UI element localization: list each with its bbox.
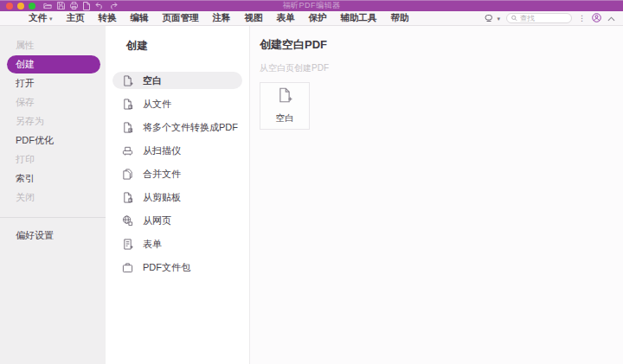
blank-pdf-card-label: 空白: [276, 112, 294, 125]
print-icon[interactable]: [70, 2, 78, 10]
redo-icon[interactable]: [109, 2, 118, 10]
menu-view[interactable]: 视图: [245, 12, 263, 24]
sidebar-item-save: 保存: [7, 93, 100, 112]
app-window: 福昕PDF编辑器 文件▾ 主页 转换 编辑 页面管理 注释 视图 表单 保护 辅…: [0, 0, 623, 364]
backstage-view: 属性 创建 打开 保存 另存为 PDF优化 打印 索引 关闭 偏好设置 创建 空…: [0, 26, 623, 364]
scanner-icon: [121, 144, 133, 156]
sidebar-item-print: 打印: [7, 150, 100, 169]
sidebar-item-close: 关闭: [7, 188, 100, 207]
menu-accessibility[interactable]: 辅助工具: [341, 12, 377, 24]
menu-protect[interactable]: 保护: [309, 12, 327, 24]
more-options-icon[interactable]: ⋮: [578, 15, 586, 22]
create-option-pdf-portfolio[interactable]: PDF文件包: [112, 259, 242, 276]
blank-pdf-card[interactable]: 空白: [260, 82, 310, 130]
menu-bar-right: ▾ ⋮: [485, 13, 615, 24]
create-options-panel: 创建 空白 从文件 将多个文件转换成PDF 从扫描仪: [106, 26, 250, 364]
blank-document-plus-icon: [277, 87, 292, 106]
menu-form[interactable]: 表单: [277, 12, 295, 24]
account-icon[interactable]: [592, 13, 601, 24]
menu-comment[interactable]: 注释: [213, 12, 231, 24]
detail-subtitle: 从空白页创建PDF: [260, 62, 623, 74]
sidebar-item-properties: 属性: [7, 36, 100, 54]
create-option-combine-files[interactable]: 合并文件: [112, 165, 242, 182]
detail-title: 创建空白PDF: [260, 37, 623, 53]
document-from-file-icon: [121, 98, 133, 110]
search-icon: [511, 15, 517, 22]
find-search-input[interactable]: [520, 14, 567, 22]
find-search-box[interactable]: [506, 13, 572, 23]
minimize-window-button[interactable]: [17, 3, 24, 10]
menu-page-organize[interactable]: 页面管理: [163, 12, 199, 24]
clipboard-icon: [121, 191, 133, 203]
menu-help[interactable]: 帮助: [391, 12, 409, 24]
create-option-multiple-files[interactable]: 将多个文件转换成PDF: [112, 118, 242, 136]
menu-edit[interactable]: 编辑: [131, 12, 149, 24]
menu-bar: 文件▾ 主页 转换 编辑 页面管理 注释 视图 表单 保护 辅助工具 帮助 ▾ …: [0, 11, 623, 26]
sidebar-item-preferences[interactable]: 偏好设置: [7, 227, 100, 245]
create-option-label: 将多个文件转换成PDF: [143, 121, 238, 134]
traffic-lights: [6, 3, 35, 10]
sidebar-divider: [0, 217, 106, 218]
sidebar-item-open[interactable]: 打开: [7, 74, 100, 93]
create-option-label: 合并文件: [143, 168, 181, 181]
multiple-files-to-pdf-icon: [121, 121, 133, 133]
close-window-button[interactable]: [6, 3, 13, 10]
menu-home[interactable]: 主页: [67, 12, 85, 24]
form-document-icon: [121, 238, 133, 250]
create-option-from-clipboard[interactable]: 从剪贴板: [112, 188, 242, 206]
create-option-from-file[interactable]: 从文件: [112, 95, 242, 112]
chevron-down-icon: ▾: [49, 16, 53, 22]
save-icon[interactable]: [57, 2, 65, 10]
create-option-label: 从网页: [143, 214, 171, 227]
menu-items: 文件▾ 主页 转换 编辑 页面管理 注释 视图 表单 保护 辅助工具 帮助: [29, 12, 409, 24]
create-option-label: 从剪贴板: [143, 191, 181, 204]
sidebar-item-create[interactable]: 创建: [7, 55, 100, 73]
create-options-list: 空白 从文件 将多个文件转换成PDF 从扫描仪 合并文件: [106, 72, 249, 276]
menu-convert[interactable]: 转换: [99, 12, 117, 24]
sidebar-item-save-as: 另存为: [7, 112, 100, 131]
create-option-label: 表单: [143, 238, 162, 251]
open-folder-icon[interactable]: [43, 2, 52, 10]
chevron-down-icon: ▾: [497, 16, 500, 22]
tool-selector-icon[interactable]: ▾: [485, 14, 500, 22]
collapse-ribbon-icon[interactable]: [607, 13, 615, 23]
create-panel-title: 创建: [106, 39, 249, 54]
title-bar: 福昕PDF编辑器: [0, 0, 623, 11]
create-option-label: 空白: [143, 74, 162, 87]
create-option-form[interactable]: 表单: [112, 235, 242, 252]
create-option-from-webpage[interactable]: 从网页: [112, 212, 242, 229]
sidebar-item-pdf-optimize[interactable]: PDF优化: [7, 131, 100, 150]
blank-document-plus-icon: [121, 74, 133, 86]
new-document-icon[interactable]: [83, 2, 90, 10]
undo-icon[interactable]: [95, 2, 104, 10]
webpage-icon: [121, 214, 133, 227]
create-option-from-scanner[interactable]: 从扫描仪: [112, 142, 242, 159]
menu-file[interactable]: 文件▾: [29, 12, 53, 24]
pdf-portfolio-icon: [121, 261, 133, 273]
create-detail-panel: 创建空白PDF 从空白页创建PDF 空白: [250, 26, 623, 364]
create-option-label: 从扫描仪: [143, 144, 181, 157]
quick-access-toolbar: [43, 2, 118, 10]
file-sidebar: 属性 创建 打开 保存 另存为 PDF优化 打印 索引 关闭 偏好设置: [0, 26, 106, 364]
zoom-window-button[interactable]: [29, 3, 35, 10]
create-option-label: PDF文件包: [143, 261, 190, 274]
combine-files-icon: [121, 168, 133, 180]
create-option-blank[interactable]: 空白: [112, 72, 242, 89]
create-option-label: 从文件: [143, 98, 171, 111]
sidebar-item-index[interactable]: 索引: [7, 169, 100, 188]
